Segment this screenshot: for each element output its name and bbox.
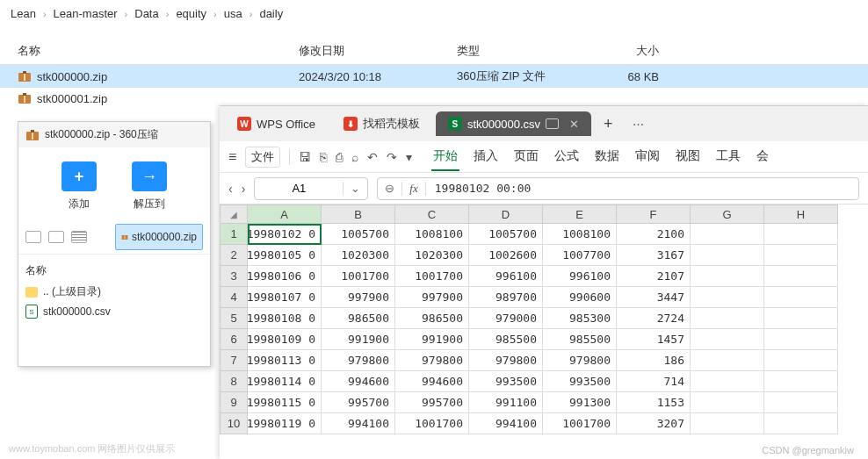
cell[interactable]: 994600	[395, 371, 469, 392]
column-header[interactable]: F	[617, 204, 691, 224]
close-icon[interactable]: ✕	[569, 118, 579, 131]
cell[interactable]	[691, 371, 764, 392]
cell[interactable]: 19980105 0	[248, 245, 322, 266]
cell[interactable]: 3207	[617, 413, 691, 434]
cell[interactable]	[691, 350, 764, 371]
wps-tab[interactable]: Sstk000000.csv✕	[436, 111, 591, 136]
add-button[interactable]: + 添加	[61, 161, 97, 212]
cell[interactable]: 19980106 0	[248, 266, 322, 287]
cell[interactable]	[691, 392, 764, 413]
menu-item[interactable]: 公式	[553, 143, 581, 171]
preview-icon[interactable]: ⌕	[351, 150, 358, 164]
cell[interactable]	[764, 350, 838, 371]
cell[interactable]: 979800	[543, 350, 617, 371]
fx-icon[interactable]: fx	[401, 182, 425, 196]
cell[interactable]	[764, 308, 838, 329]
col-name[interactable]: 名称	[0, 43, 299, 59]
cell[interactable]: 996100	[469, 266, 543, 287]
menu-item[interactable]: 插入	[472, 143, 500, 171]
column-header[interactable]: C	[395, 204, 469, 224]
breadcrumb-item[interactable]: Lean-master	[54, 7, 118, 20]
cell[interactable]: 993500	[469, 371, 543, 392]
formula-input-bar[interactable]: ⊖ fx 19980102 00:00	[377, 177, 859, 200]
cell[interactable]	[691, 413, 764, 434]
column-header[interactable]: D	[469, 204, 543, 224]
cell[interactable]: 1153	[617, 392, 691, 413]
nav-back-icon[interactable]: ‹	[228, 182, 233, 196]
cell[interactable]	[691, 266, 764, 287]
cell[interactable]: 991100	[469, 392, 543, 413]
cell[interactable]: 1001700	[395, 266, 469, 287]
select-all-corner[interactable]: ◢	[220, 204, 248, 224]
cell[interactable]: 19980107 0	[248, 287, 322, 308]
cell[interactable]: 979800	[322, 350, 395, 371]
cell[interactable]: 1020300	[395, 245, 469, 266]
cell[interactable]: 989700	[469, 287, 543, 308]
window-restore-icon[interactable]	[546, 118, 559, 129]
cell[interactable]	[764, 371, 838, 392]
cell[interactable]	[691, 245, 764, 266]
cell[interactable]: 991900	[322, 329, 395, 350]
redo-icon[interactable]: ↷	[387, 150, 397, 164]
wps-tab[interactable]: ⬇找稻壳模板	[331, 111, 432, 137]
row-header[interactable]: 1	[220, 224, 248, 245]
cell[interactable]: 3167	[617, 245, 691, 266]
view-grid-icon[interactable]	[25, 231, 41, 243]
cell[interactable]	[764, 266, 838, 287]
menu-item[interactable]: 工具	[714, 143, 742, 171]
row-header[interactable]: 10	[220, 413, 248, 434]
archive-list-item[interactable]: .. (上级目录)	[25, 282, 203, 302]
undo-icon[interactable]: ↶	[367, 150, 378, 164]
view-list-icon[interactable]	[71, 231, 87, 243]
column-header[interactable]: B	[322, 204, 395, 224]
cell[interactable]: 997900	[395, 287, 469, 308]
menu-item[interactable]: 视图	[674, 143, 702, 171]
cell[interactable]	[764, 413, 838, 434]
row-header[interactable]: 4	[220, 287, 248, 308]
archive-selected-file[interactable]: stk000000.zip	[115, 224, 203, 250]
menu-item[interactable]: 审阅	[633, 143, 662, 171]
cell[interactable]	[691, 287, 764, 308]
column-header[interactable]: H	[764, 204, 838, 224]
cell[interactable]: 994100	[322, 413, 395, 434]
cell[interactable]: 1002600	[469, 245, 543, 266]
cell[interactable]	[764, 224, 838, 245]
cell[interactable]: 1008100	[543, 224, 617, 245]
cancel-icon[interactable]: ⊖	[378, 182, 401, 195]
breadcrumb-item[interactable]: daily	[259, 7, 283, 20]
row-header[interactable]: 6	[220, 329, 248, 350]
spreadsheet-grid[interactable]: ◢ABCDEFGH119980102 010057001008100100570…	[220, 204, 868, 434]
cell[interactable]: 979800	[395, 350, 469, 371]
cell[interactable]: 991300	[543, 392, 617, 413]
column-header[interactable]: E	[543, 204, 617, 224]
column-header[interactable]: A	[248, 204, 322, 224]
cell[interactable]: 979000	[469, 308, 543, 329]
cell[interactable]: 19980109 0	[248, 329, 322, 350]
breadcrumb-item[interactable]: usa	[224, 7, 242, 20]
col-type[interactable]: 类型	[457, 43, 589, 59]
cell[interactable]: 1008100	[395, 224, 469, 245]
cell[interactable]: 994100	[469, 413, 543, 434]
save-icon[interactable]: 🖫	[299, 150, 311, 164]
row-header[interactable]: 9	[220, 392, 248, 413]
col-size[interactable]: 大小	[589, 43, 668, 59]
cell[interactable]: 997900	[322, 287, 395, 308]
row-header[interactable]: 8	[220, 371, 248, 392]
cell[interactable]: 19980119 0	[248, 413, 322, 434]
cell-reference-input[interactable]	[255, 182, 343, 195]
cell[interactable]: 2724	[617, 308, 691, 329]
row-header[interactable]: 5	[220, 308, 248, 329]
cell[interactable]: 985300	[543, 308, 617, 329]
cell[interactable]	[764, 329, 838, 350]
row-header[interactable]: 7	[220, 350, 248, 371]
print-icon[interactable]: ⎙	[336, 150, 343, 164]
cell[interactable]: 991900	[395, 329, 469, 350]
cell[interactable]: 19980108 0	[248, 308, 322, 329]
cell[interactable]	[764, 287, 838, 308]
file-menu[interactable]: 文件	[245, 147, 280, 168]
column-header[interactable]: G	[691, 204, 764, 224]
cell[interactable]: 993500	[543, 371, 617, 392]
cell[interactable]: 985500	[469, 329, 543, 350]
breadcrumb-item[interactable]: Data	[134, 7, 158, 20]
cell[interactable]: 994600	[322, 371, 395, 392]
